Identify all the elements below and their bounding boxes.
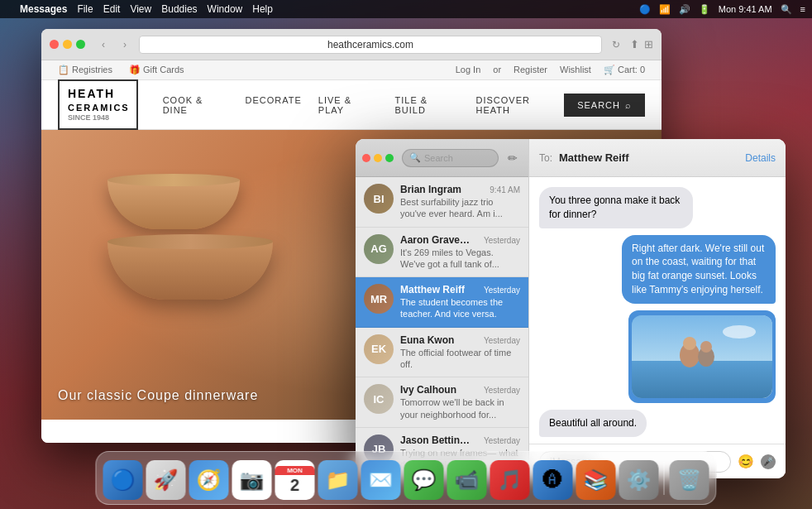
messages-avatar: IC [364,384,394,414]
heath-logo[interactable]: HEATH CERAMICS SINCE 1948 [58,79,138,129]
browser-back-button[interactable]: ‹ [96,37,111,52]
messages-conv-header: Ivy Calhoun Yesterday [400,384,520,396]
browser-url-bar[interactable]: heathceramics.com [139,36,602,54]
messages-to-label: To: [539,152,552,164]
systemprefs-icon[interactable]: ⚙️ [619,460,659,500]
mail-icon[interactable]: ✉️ [361,460,401,500]
heath-hero-caption: Our classic Coupe dinnerware [58,388,258,403]
menu-control-icon[interactable]: ≡ [800,4,805,14]
messages-search-bar[interactable]: 🔍 Search [402,149,499,167]
heath-nav-discover[interactable]: DISCOVER HEATH [475,95,564,115]
messages-conversation-item[interactable]: AG Aaron Grave… Yesterday It's 269 miles… [356,228,528,278]
heath-cart-link[interactable]: 🛒 Cart: 0 [604,65,645,75]
messages-conv-content: Aaron Grave… Yesterday It's 269 miles to… [400,234,520,271]
chat-photo-svg [632,315,772,398]
safari-icon[interactable]: 🧭 [189,460,229,500]
messages-conversation-item[interactable]: EK Euna Kwon Yesterday The official foot… [356,328,528,378]
messages-sidebar-header: 🔍 Search ✏ [356,139,528,177]
menu-bar-app-name[interactable]: Messages [20,3,67,15]
heath-top-nav: 📋 Registries 🎁 Gift Cards Log In or Regi… [41,60,662,80]
svg-point-4 [683,337,696,350]
heath-nav-items: COOK & DINE DECORATE LIVE & PLAY TILE & … [163,95,565,115]
messages-icon[interactable]: 💬 [404,460,444,500]
chat-emoji-button[interactable]: 😊 [738,454,754,469]
browser-traffic-lights [50,40,85,49]
browser-share-icon[interactable]: ⬆ [630,38,639,50]
menu-edit[interactable]: Edit [103,3,121,15]
messages-conv-time: Yesterday [484,286,520,295]
dock-separator [664,462,665,495]
calendar-icon[interactable]: MON 2 [275,460,315,500]
messages-conversation-item[interactable]: MR Matthew Reiff Yesterday The student b… [356,277,528,328]
appstore-icon[interactable]: 🅐 [533,460,573,500]
messages-conv-name: Ivy Calhoun [400,384,456,396]
menu-buddies[interactable]: Buddies [161,3,197,15]
search-menu-icon[interactable]: 🔍 [781,4,792,15]
menu-bar-left: Messages File Edit View Buddies Window H… [7,3,273,15]
finder-icon[interactable]: 🔵 [103,460,143,500]
messages-conv-header: Aaron Grave… Yesterday [400,234,520,246]
browser-url-text: heathceramics.com [327,39,413,50]
photos-icon[interactable]: 📷 [232,460,272,500]
heath-login-link[interactable]: Log In [456,65,481,75]
messages-close-button[interactable] [362,154,370,162]
heath-registries-link[interactable]: 📋 Registries [58,65,112,75]
menu-view[interactable]: View [130,3,151,15]
chat-voice-button[interactable]: 🎤 [761,454,776,469]
chat-bubble-row-photo [539,310,776,403]
messages-conv-preview: Best surfability jazz trio you've ever h… [400,196,520,220]
books-icon[interactable]: 📚 [576,460,616,500]
heath-search-icon: ⌕ [625,100,632,110]
heath-top-nav-right: Log In or Register Wishlist 🛒 Cart: 0 [456,65,645,75]
messages-minimize-button[interactable] [374,154,382,162]
heath-or-text: or [493,65,501,75]
menu-help[interactable]: Help [252,3,273,15]
messages-compose-button[interactable]: ✏ [504,149,522,167]
messages-conv-name: Brian Ingram [400,184,461,195]
messages-conv-time: Yesterday [484,236,520,245]
chat-bubble-outgoing: Right after dark. We're still out on the… [622,235,776,304]
messages-conversation-item[interactable]: IC Ivy Calhoun Yesterday Tomorrow we'll … [356,377,528,428]
browser-minimize-button[interactable] [63,40,72,49]
heath-nav-tilebuild[interactable]: TILE & BUILD [395,95,460,115]
chat-bubble-row: Beautiful all around. [539,410,776,437]
messages-maximize-button[interactable] [385,154,394,162]
browser-maximize-button[interactable] [76,40,85,49]
browser-close-button[interactable] [50,40,59,49]
messages-conv-time: Yesterday [484,436,520,445]
chat-bubble-incoming: You three gonna make it back for dinner? [539,187,693,228]
messages-conv-preview: The student becomes the teacher. And vic… [400,296,520,320]
messages-conv-name: Aaron Grave… [400,234,470,246]
music-icon[interactable]: 🎵 [490,460,530,500]
messages-conversation-item[interactable]: BI Brian Ingram 9:41 AM Best surfability… [356,177,528,228]
wifi-icon: 📶 [659,4,671,15]
messages-conv-name: Euna Kwon [400,334,454,346]
heath-wishlist-link[interactable]: Wishlist [560,65,591,75]
browser-forward-button[interactable]: › [117,37,132,52]
messages-traffic-lights [362,154,394,162]
launchpad-icon[interactable]: 🚀 [146,460,186,500]
messages-conv-header: Matthew Reiff Yesterday [400,284,520,295]
heath-brand-text: HEATH [68,86,128,101]
heath-nav-decorate[interactable]: DECORATE [246,95,302,115]
messages-main-panel: To: Matthew Reiff Details You three gonn… [529,139,786,478]
browser-refresh-button[interactable]: ↻ [609,37,623,52]
messages-conv-time: 9:41 AM [490,185,520,194]
facetime-icon[interactable]: 📹 [447,460,487,500]
heath-nav-cook[interactable]: COOK & DINE [163,95,229,115]
messages-conv-content: Matthew Reiff Yesterday The student beco… [400,284,520,320]
folder-icon[interactable]: 📁 [318,460,358,500]
messages-conv-preview: It's 269 miles to Vegas. We've got a ful… [400,247,520,271]
heath-search-button[interactable]: SEARCH ⌕ [564,94,645,117]
messages-avatar: MR [364,284,394,314]
menu-window[interactable]: Window [208,3,243,15]
heath-nav-liveplay[interactable]: LIVE & PLAY [318,95,379,115]
trash-icon[interactable]: 🗑️ [670,460,709,500]
menu-file[interactable]: File [77,3,93,15]
messages-conv-preview: Tomorrow we'll be back in your neighborh… [400,396,520,420]
messages-details-button[interactable]: Details [745,152,776,164]
heath-main-nav: HEATH CERAMICS SINCE 1948 COOK & DINE DE… [41,80,662,130]
heath-register-link[interactable]: Register [513,65,547,75]
browser-tab-add-icon[interactable]: ⊞ [644,38,653,50]
heath-giftcards-link[interactable]: 🎁 Gift Cards [129,65,184,75]
